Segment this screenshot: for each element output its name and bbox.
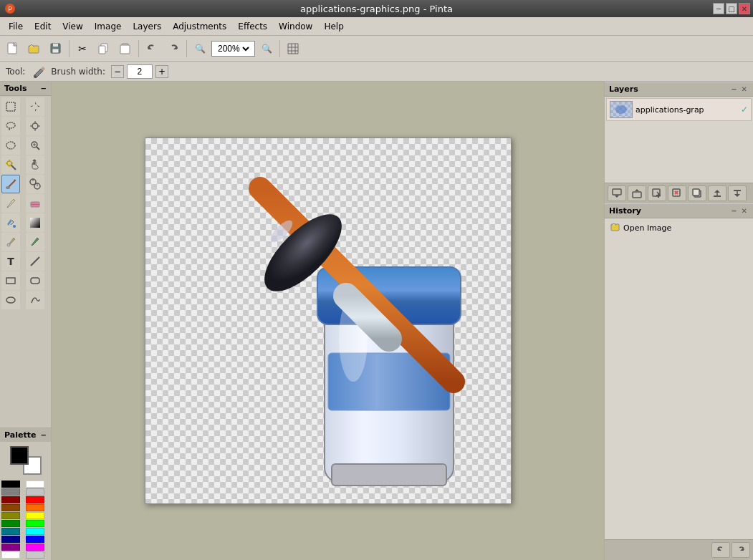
tool-line[interactable] (26, 252, 44, 271)
grid-button[interactable] (283, 39, 303, 59)
window-controls[interactable]: ─ □ ✕ (713, 3, 750, 14)
tool-color-picker[interactable] (1, 233, 20, 251)
svg-rect-49 (31, 278, 39, 284)
menu-file[interactable]: File (3, 20, 29, 33)
palette-collapse[interactable]: − (41, 431, 47, 439)
layer-merge-up[interactable] (728, 185, 747, 201)
zoom-in-button[interactable]: 🔍 (256, 39, 277, 59)
history-redo-button[interactable] (732, 542, 750, 558)
tool-ellipse-select[interactable] (1, 136, 20, 155)
zoom-select[interactable]: 25%50%75%100% 150%200%300%400% (215, 43, 251, 54)
tool-lasso[interactable] (1, 117, 20, 135)
tool-paintbucket[interactable] (1, 213, 20, 232)
tool-zoom[interactable] (26, 136, 44, 155)
palette-swatch-white2[interactable] (1, 551, 20, 559)
palette-swatch-blue[interactable] (26, 536, 44, 543)
minimize-button[interactable]: ─ (713, 3, 724, 14)
menu-view[interactable]: View (57, 20, 88, 33)
palette-swatch-dblue[interactable] (1, 536, 20, 543)
tool-gradient[interactable] (26, 213, 44, 232)
paste-button[interactable] (115, 39, 135, 59)
redo-button[interactable] (163, 39, 183, 59)
layer-merge-down[interactable] (708, 185, 726, 201)
layer-add[interactable] (648, 185, 666, 201)
palette-swatch-white[interactable] (26, 481, 44, 488)
maximize-button[interactable]: □ (726, 3, 737, 14)
palette-swatch-dolive[interactable] (1, 512, 20, 519)
close-button[interactable]: ✕ (739, 3, 750, 14)
menu-effects[interactable]: Effects (232, 20, 273, 33)
palette-swatch-brown[interactable] (1, 504, 20, 511)
layer-visible-check[interactable]: ✓ (741, 105, 748, 115)
tool-color-pencil[interactable] (26, 233, 44, 251)
open-button[interactable] (24, 39, 44, 59)
save-as-button[interactable] (46, 39, 66, 59)
foreground-color-swatch[interactable] (10, 446, 29, 465)
tools-collapse[interactable]: − (41, 85, 47, 92)
history-panel-close[interactable]: ✕ (740, 207, 749, 215)
tool-rounded-rect[interactable] (26, 271, 44, 290)
brush-width-control[interactable]: − + (111, 64, 168, 79)
palette-swatch-yellow[interactable] (26, 512, 44, 519)
menu-adjustments[interactable]: Adjustments (167, 20, 232, 33)
tool-rectangle[interactable] (1, 271, 20, 290)
layers-panel-controls[interactable]: − ✕ (729, 85, 749, 93)
copy-button[interactable] (94, 39, 114, 59)
canvas-image[interactable] (145, 138, 512, 504)
history-panel-controls[interactable]: − ✕ (729, 207, 749, 215)
menu-edit[interactable]: Edit (29, 20, 57, 33)
svg-rect-62 (633, 192, 641, 198)
palette-swatch-dgray[interactable] (1, 488, 20, 496)
layer-delete[interactable] (668, 185, 686, 201)
tool-pencil[interactable] (1, 194, 20, 213)
layer-move-down[interactable] (608, 185, 626, 201)
zoom-out-button[interactable]: 🔍 (190, 39, 210, 59)
tool-clone[interactable] (26, 175, 44, 193)
tool-text[interactable]: T (1, 252, 20, 271)
layers-panel-close[interactable]: ✕ (740, 85, 749, 93)
menu-image[interactable]: Image (89, 20, 128, 33)
undo-button[interactable] (142, 39, 162, 59)
history-undo-button[interactable] (711, 542, 730, 558)
toolbar-separator-2 (138, 40, 139, 57)
palette-swatch-lgray[interactable] (26, 488, 44, 496)
layer-move-up[interactable] (628, 185, 646, 201)
palette-swatch-silver[interactable] (26, 551, 44, 559)
palette-preview (0, 442, 51, 479)
layer-duplicate[interactable] (688, 185, 706, 201)
palette-swatch-dred[interactable] (1, 496, 20, 503)
brush-width-input[interactable] (127, 64, 153, 79)
palette-swatch-orange[interactable] (26, 504, 44, 511)
tool-magic-wand[interactable] (1, 155, 20, 174)
palette-swatch-black[interactable] (1, 481, 20, 488)
tool-move-sel[interactable] (26, 117, 44, 135)
svg-line-47 (31, 257, 39, 266)
menu-window[interactable]: Window (273, 20, 318, 33)
brush-width-increase[interactable]: + (155, 65, 168, 78)
menu-help[interactable]: Help (318, 20, 349, 33)
history-item-open-image[interactable]: Open Image (606, 220, 752, 236)
tool-ellipse[interactable] (1, 291, 20, 309)
tool-rectangle-select[interactable] (1, 97, 20, 116)
palette-swatch-dteal[interactable] (1, 528, 20, 535)
palette-swatch-magenta[interactable] (26, 544, 44, 551)
tool-freeform[interactable] (26, 291, 44, 309)
palette-swatch-dgreen[interactable] (1, 520, 20, 527)
tool-paintbrush[interactable] (1, 175, 20, 193)
tool-eraser[interactable] (26, 194, 44, 213)
zoom-selector[interactable]: 25%50%75%100% 150%200%300%400% (211, 41, 255, 57)
tool-pan[interactable] (26, 155, 44, 174)
history-item-icon (610, 222, 620, 234)
cut-button[interactable]: ✂ (72, 39, 92, 59)
palette-swatch-red[interactable] (26, 496, 44, 503)
layer-item[interactable]: applications-grap ✓ (606, 98, 752, 121)
history-panel-minimize[interactable]: − (729, 207, 738, 215)
palette-swatch-cyan[interactable] (26, 528, 44, 535)
brush-width-decrease[interactable]: − (111, 65, 124, 78)
palette-swatch-green[interactable] (26, 520, 44, 527)
layers-panel-minimize[interactable]: − (729, 85, 738, 93)
palette-swatch-dmagenta[interactable] (1, 544, 20, 551)
menu-layers[interactable]: Layers (127, 20, 167, 33)
tool-move[interactable] (26, 97, 44, 116)
new-button[interactable] (3, 39, 23, 59)
